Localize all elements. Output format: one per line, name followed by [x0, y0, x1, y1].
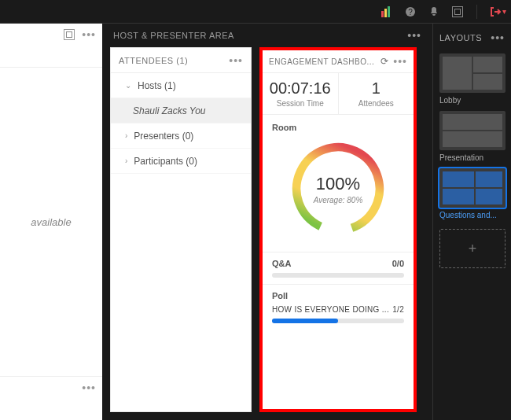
- layouts-title: LAYOUTS: [439, 33, 482, 42]
- svg-text:?: ?: [408, 8, 413, 17]
- svg-rect-1: [384, 9, 387, 17]
- attendee-user[interactable]: Shauli Zacks You: [111, 98, 251, 123]
- more-icon[interactable]: •••: [82, 28, 96, 41]
- hp-title: HOST & PRESENTER AREA: [113, 31, 234, 40]
- more-icon[interactable]: •••: [407, 29, 421, 42]
- bell-icon[interactable]: [428, 6, 440, 18]
- poll-section: Poll HOW IS EVERYONE DOING ...1/2: [263, 284, 414, 330]
- attendee-group-hosts[interactable]: ⌄Hosts (1): [111, 73, 251, 98]
- help-icon[interactable]: ?: [404, 6, 417, 18]
- fullscreen-icon[interactable]: [63, 28, 75, 41]
- more-icon[interactable]: •••: [229, 54, 243, 67]
- chevron-right-icon: ›: [125, 131, 127, 140]
- chevron-down-icon: ⌄: [125, 81, 131, 90]
- attendees-panel: ATTENDEES (1) ••• ⌄Hosts (1) Shauli Zack…: [110, 47, 252, 412]
- stat-attendees: 1 Attendees: [338, 73, 414, 114]
- refresh-icon[interactable]: ⟳: [380, 56, 389, 67]
- svg-rect-2: [388, 6, 390, 17]
- more-icon[interactable]: •••: [82, 381, 96, 394]
- engagement-gauge: 100% Average: 80%: [286, 137, 390, 241]
- layout-lobby[interactable]: Lobby: [439, 53, 505, 105]
- engagement-dashboard: ENGAGEMENT DASHBO... ⟳ ••• 00:07:16 Sess…: [259, 47, 417, 412]
- chevron-right-icon: ›: [125, 157, 127, 165]
- room-label: Room: [272, 123, 404, 132]
- top-toolbar: ? ▾: [0, 0, 511, 24]
- svg-rect-0: [381, 11, 384, 17]
- placeholder-text: available: [0, 68, 102, 376]
- layouts-sidebar: LAYOUTS ••• Lobby Presentation Questions…: [432, 24, 511, 420]
- attendee-group-participants[interactable]: ›Participants (0): [111, 149, 251, 174]
- attendees-title: ATTENDEES (1): [119, 56, 188, 65]
- bars-icon[interactable]: [380, 6, 393, 18]
- exit-button[interactable]: ▾: [490, 6, 506, 17]
- stat-session-time: 00:07:16 Session Time: [263, 73, 338, 114]
- add-layout-button[interactable]: +: [439, 229, 505, 268]
- qa-section: Q&A0/0: [263, 252, 414, 284]
- fullscreen-icon[interactable]: [451, 6, 464, 18]
- more-icon[interactable]: •••: [491, 31, 505, 44]
- more-icon[interactable]: •••: [393, 55, 407, 68]
- separator: [476, 5, 477, 19]
- layout-presentation[interactable]: Presentation: [439, 111, 505, 162]
- left-panel: ••• available ••• ↪: [0, 24, 102, 420]
- attendee-group-presenters[interactable]: ›Presenters (0): [111, 123, 251, 149]
- engagement-title: ENGAGEMENT DASHBO...: [269, 57, 374, 66]
- layout-questions[interactable]: Questions and...: [439, 168, 505, 219]
